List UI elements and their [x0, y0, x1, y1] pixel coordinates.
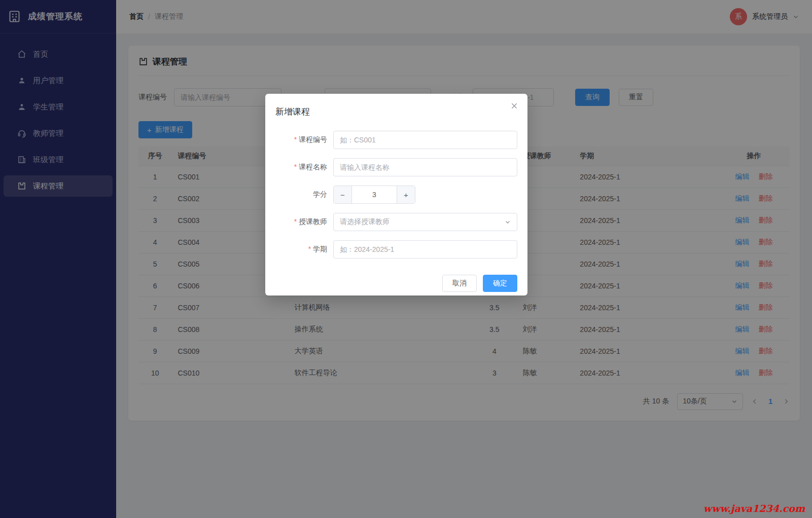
semester-field[interactable] [333, 240, 517, 258]
watermark: www.java1234.com [703, 503, 805, 514]
form-row-semester: 学期 [275, 240, 517, 258]
form-row-teacher: 授课教师 请选择授课教师 [275, 213, 517, 231]
teacher-select-placeholder: 请选择授课教师 [340, 217, 390, 227]
cancel-button[interactable]: 取消 [442, 275, 477, 292]
name-field[interactable] [333, 158, 517, 176]
semester-label: 学期 [275, 245, 327, 254]
dialog-title: 新增课程 [275, 106, 517, 118]
plus-icon[interactable]: + [397, 186, 415, 203]
form-row-code: 课程编号 [275, 131, 517, 149]
chevron-down-icon [505, 219, 511, 225]
credit-value[interactable]: 3 [352, 186, 397, 203]
name-label: 课程名称 [275, 163, 327, 172]
app-root: 成绩管理系统 首页 用户管理 学生管理 [0, 0, 812, 518]
code-field[interactable] [333, 131, 517, 149]
close-icon[interactable] [510, 102, 518, 110]
credit-stepper: − 3 + [333, 186, 415, 204]
form-row-name: 课程名称 [275, 158, 517, 176]
form-row-credit: 学分 − 3 + [275, 186, 517, 204]
credit-label: 学分 [275, 190, 327, 199]
teacher-label: 授课教师 [275, 217, 327, 227]
teacher-select[interactable]: 请选择授课教师 [333, 213, 517, 231]
add-course-form: 课程编号 课程名称 学分 − 3 + 授课教师 [275, 131, 517, 292]
code-label: 课程编号 [275, 135, 327, 144]
dialog-footer: 取消 确定 [275, 275, 517, 292]
confirm-button[interactable]: 确定 [483, 275, 517, 292]
add-course-dialog: 新增课程 课程编号 课程名称 学分 − 3 + [265, 94, 527, 295]
minus-icon[interactable]: − [334, 186, 352, 203]
